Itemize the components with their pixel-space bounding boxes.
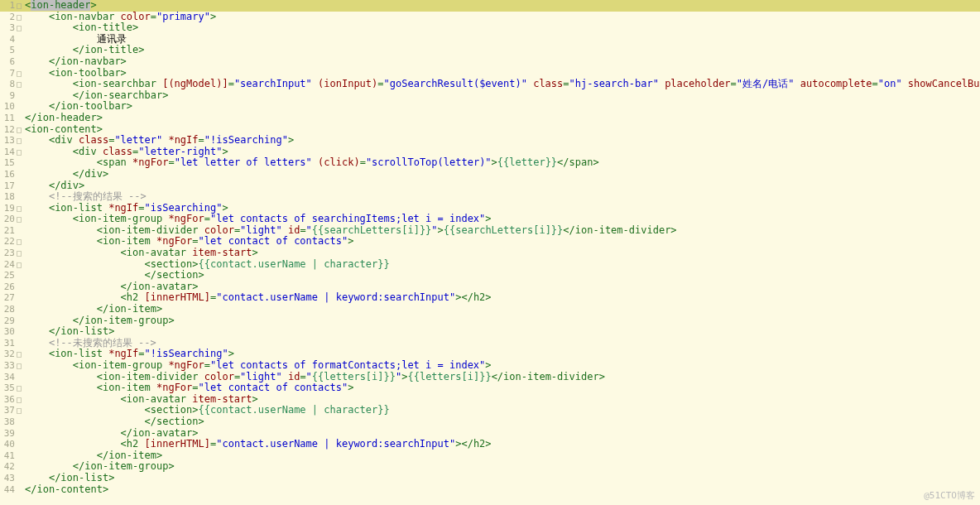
code-line[interactable]: 31 <!--未搜索的结果 -->	[0, 338, 980, 349]
code-content[interactable]: </ion-navbar>	[25, 56, 980, 68]
code-line[interactable]: 29 </ion-item-group>	[0, 315, 980, 327]
code-line[interactable]: 17 </div>	[0, 180, 980, 192]
code-line[interactable]: 36□ <ion-avatar item-start>	[0, 394, 980, 406]
code-content[interactable]: <ion-item-group *ngFor="let contacts of …	[25, 360, 980, 372]
code-line[interactable]: 20□ <ion-item-group *ngFor="let contacts…	[0, 214, 980, 225]
code-line[interactable]: 14□ <div class="letter-right">	[0, 147, 980, 158]
code-content[interactable]: <!--未搜索的结果 -->	[25, 338, 980, 349]
code-content[interactable]: <!--搜索的结果 -->	[25, 191, 980, 203]
line-number: 27	[0, 292, 17, 304]
code-content[interactable]: </ion-title>	[25, 45, 980, 56]
code-editor[interactable]: 1□<ion-header>2□ <ion-navbar color="prim…	[0, 0, 980, 505]
code-content[interactable]: <ion-item-divider color="light" id="{{se…	[25, 225, 980, 237]
fold-marker	[17, 338, 25, 349]
code-line[interactable]: 22□ <ion-item *ngFor="let contact of con…	[0, 236, 980, 248]
code-line[interactable]: 30 </ion-list>	[0, 326, 980, 338]
code-content[interactable]: <ion-avatar item-start>	[25, 248, 980, 259]
code-line[interactable]: 19□ <ion-list *ngIf="isSearching">	[0, 203, 980, 214]
code-line[interactable]: 3□ <ion-title>	[0, 22, 980, 34]
code-content[interactable]: </section>	[25, 270, 980, 281]
code-content[interactable]: <ion-content>	[25, 124, 980, 136]
code-line[interactable]: 10 </ion-toolbar>	[0, 101, 980, 113]
code-content[interactable]: 通讯录	[25, 34, 980, 46]
fold-marker: □	[17, 135, 25, 147]
code-line[interactable]: 25 </section>	[0, 270, 980, 281]
code-content[interactable]: <div class="letter-right">	[25, 147, 980, 158]
code-line[interactable]: 1□<ion-header>	[0, 0, 980, 12]
code-content[interactable]: <ion-title>	[25, 22, 980, 34]
code-content[interactable]: <ion-item *ngFor="let contact of contact…	[25, 236, 980, 248]
code-content[interactable]: <ion-item-group *ngFor="let contacts of …	[25, 214, 980, 225]
code-line[interactable]: 13□ <div class="letter" *ngIf="!isSearch…	[0, 135, 980, 147]
code-content[interactable]: <ion-list *ngIf="!isSearching">	[25, 349, 980, 360]
code-line[interactable]: 27 <h2 [innerHTML]="contact.userName | k…	[0, 292, 980, 304]
code-content[interactable]: </section>	[25, 416, 980, 428]
line-number: 12	[0, 124, 17, 136]
code-line[interactable]: 37□ <section>{{contact.userName | charac…	[0, 405, 980, 416]
code-line[interactable]: 40 <h2 [innerHTML]="contact.userName | k…	[0, 439, 980, 450]
code-content[interactable]: </ion-avatar>	[25, 428, 980, 440]
code-content[interactable]: <h2 [innerHTML]="contact.userName | keyw…	[25, 292, 980, 304]
code-line[interactable]: 42 </ion-item-group>	[0, 461, 980, 473]
code-line[interactable]: 44</ion-content>	[0, 484, 980, 496]
line-number: 6	[0, 56, 17, 68]
code-content[interactable]: <ion-searchbar [(ngModel)]="searchInput"…	[25, 79, 980, 90]
code-line[interactable]: 38 </section>	[0, 416, 980, 428]
code-content[interactable]: <h2 [innerHTML]="contact.userName | keyw…	[25, 439, 980, 450]
code-content[interactable]: </ion-list>	[25, 326, 980, 338]
code-line[interactable]: 5 </ion-title>	[0, 45, 980, 56]
code-content[interactable]: <ion-item *ngFor="let contact of contact…	[25, 382, 980, 394]
line-number: 21	[0, 225, 17, 237]
code-content[interactable]: </ion-list>	[25, 473, 980, 484]
code-content[interactable]: </ion-item-group>	[25, 315, 980, 327]
code-content[interactable]: </ion-toolbar>	[25, 101, 980, 113]
code-line[interactable]: 35□ <ion-item *ngFor="let contact of con…	[0, 382, 980, 394]
code-line[interactable]: 26 </ion-avatar>	[0, 281, 980, 293]
code-line[interactable]: 6 </ion-navbar>	[0, 56, 980, 68]
code-content[interactable]: </ion-searchbar>	[25, 90, 980, 102]
code-content[interactable]: </ion-item-group>	[25, 461, 980, 473]
fold-marker: □	[17, 68, 25, 79]
code-content[interactable]: <div class="letter" *ngIf="!isSearching"…	[25, 135, 980, 147]
fold-marker	[17, 34, 25, 46]
code-content[interactable]: <section>{{contact.userName | character}…	[25, 259, 980, 271]
code-content[interactable]: </ion-item>	[25, 450, 980, 462]
code-line[interactable]: 23□ <ion-avatar item-start>	[0, 248, 980, 259]
code-content[interactable]: <ion-navbar color="primary">	[25, 12, 980, 23]
fold-marker	[17, 292, 25, 304]
code-line[interactable]: 9 </ion-searchbar>	[0, 90, 980, 102]
code-content[interactable]: <ion-toolbar>	[25, 68, 980, 79]
code-line[interactable]: 43 </ion-list>	[0, 473, 980, 484]
code-content[interactable]: </ion-header>	[25, 113, 980, 124]
code-line[interactable]: 34 <ion-item-divider color="light" id="{…	[0, 372, 980, 383]
code-line[interactable]: 8□ <ion-searchbar [(ngModel)]="searchInp…	[0, 79, 980, 90]
code-content[interactable]: </ion-content>	[25, 484, 980, 496]
code-line[interactable]: 33□ <ion-item-group *ngFor="let contacts…	[0, 360, 980, 372]
code-line[interactable]: 28 </ion-item>	[0, 304, 980, 315]
code-content[interactable]: </div>	[25, 169, 980, 180]
code-line[interactable]: 4 通讯录	[0, 34, 980, 46]
code-line[interactable]: 12□<ion-content>	[0, 124, 980, 136]
code-line[interactable]: 41 </ion-item>	[0, 450, 980, 462]
code-line[interactable]: 16 </div>	[0, 169, 980, 180]
code-line[interactable]: 32□ <ion-list *ngIf="!isSearching">	[0, 349, 980, 360]
code-content[interactable]: <ion-list *ngIf="isSearching">	[25, 203, 980, 214]
code-line[interactable]: 15 <span *ngFor="let letter of letters" …	[0, 157, 980, 169]
code-content[interactable]: </ion-avatar>	[25, 281, 980, 293]
line-number: 20	[0, 214, 17, 225]
code-line[interactable]: 21 <ion-item-divider color="light" id="{…	[0, 225, 980, 237]
code-line[interactable]: 18 <!--搜索的结果 -->	[0, 191, 980, 203]
code-line[interactable]: 7□ <ion-toolbar>	[0, 68, 980, 79]
code-content[interactable]: <ion-avatar item-start>	[25, 394, 980, 406]
code-content[interactable]: </ion-item>	[25, 304, 980, 315]
line-number: 36	[0, 394, 17, 406]
code-line[interactable]: 2□ <ion-navbar color="primary">	[0, 12, 980, 23]
code-content[interactable]: <span *ngFor="let letter of letters" (cl…	[25, 157, 980, 169]
code-line[interactable]: 24□ <section>{{contact.userName | charac…	[0, 259, 980, 271]
code-content[interactable]: <ion-header>	[25, 0, 980, 12]
code-line[interactable]: 11</ion-header>	[0, 113, 980, 124]
code-content[interactable]: <ion-item-divider color="light" id="{{le…	[25, 372, 980, 383]
code-content[interactable]: <section>{{contact.userName | character}…	[25, 405, 980, 416]
code-content[interactable]: </div>	[25, 180, 980, 192]
code-line[interactable]: 39 </ion-avatar>	[0, 428, 980, 440]
